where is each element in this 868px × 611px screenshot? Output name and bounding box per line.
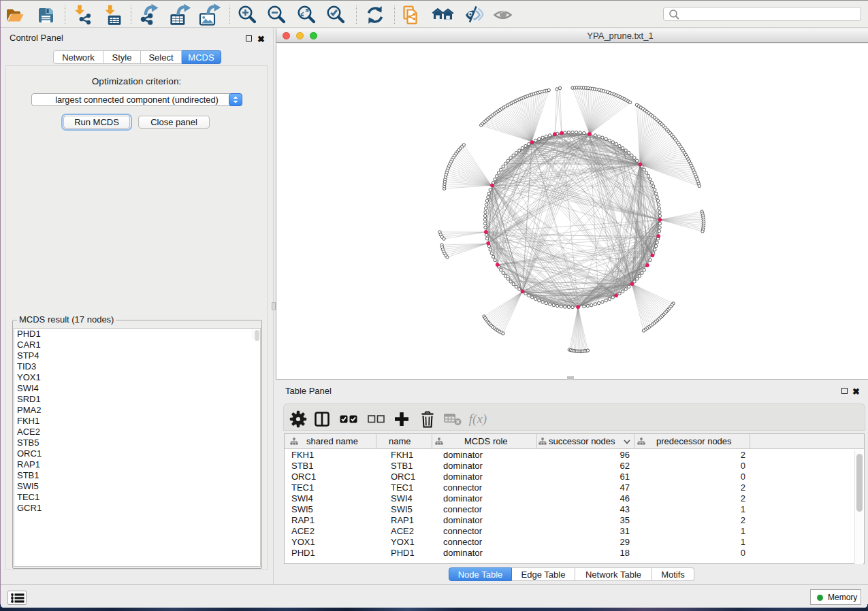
svg-text:f(x): f(x) [469,412,487,427]
